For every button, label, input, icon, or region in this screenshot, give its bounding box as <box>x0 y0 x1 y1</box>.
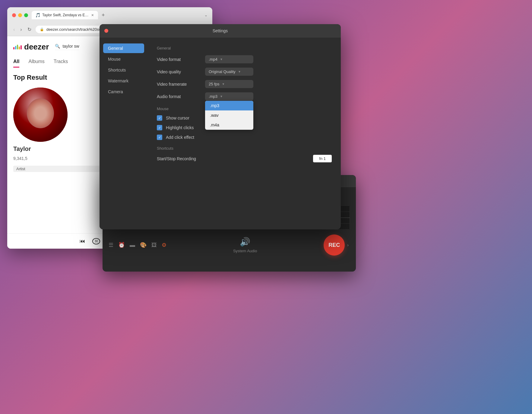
settings-general-section: General <box>157 46 332 50</box>
browser-titlebar: 🎵 Taylor Swift, Zendaya vs Emma × + ⌄ <box>7 7 212 23</box>
add-click-effect-row: ✓ Add click effect <box>157 135 332 140</box>
video-framerate-row: Video framerate 25 fps ▼ <box>157 80 332 88</box>
deezer-search-bar[interactable]: 🔍 taylor sw <box>55 44 79 50</box>
show-cursor-checkmark: ✓ <box>158 116 161 120</box>
tab-title: Taylor Swift, Zendaya vs Emma <box>42 13 89 17</box>
highlight-clicks-label: Highlight clicks <box>166 125 194 130</box>
sidebar-item-general[interactable]: General <box>103 43 144 53</box>
video-quality-row: Video quality Original Quality ▼ <box>157 68 332 76</box>
video-framerate-dropdown[interactable]: 25 fps ▼ <box>205 80 253 88</box>
palette-icon[interactable]: 🎨 <box>140 242 147 248</box>
audio-format-value: .mp3 <box>209 94 217 99</box>
tab-favicon-icon: 🎵 <box>35 13 40 18</box>
settings-content: General Video format .mp4 ▼ Video qualit… <box>148 37 341 229</box>
video-framerate-label: Video framerate <box>157 82 205 87</box>
audio-format-row: Audio format .mp3 ▼ .mp3 .wav .m4a <box>157 92 332 100</box>
sidebar-item-camera[interactable]: Camera <box>103 87 144 97</box>
audio-option-m4a[interactable]: .m4a <box>205 120 253 130</box>
settings-sidebar: General Mouse Shortcuts Watermark Camera <box>100 37 148 229</box>
settings-shortcuts-section: Shortcuts <box>157 146 332 151</box>
deezer-nav-all[interactable]: All <box>13 59 19 68</box>
deezer-logo-text: deezer <box>24 42 49 52</box>
browser-close-light[interactable] <box>12 13 16 17</box>
video-framerate-dropdown-arrow: ▼ <box>222 82 225 86</box>
deezer-logo: deezer <box>13 42 49 52</box>
highlight-clicks-checkbox[interactable]: ✓ <box>157 125 162 130</box>
search-icon: 🔍 <box>55 44 60 49</box>
speaker-icon: 🔊 <box>240 237 250 247</box>
tab-close-button[interactable]: × <box>91 13 94 18</box>
start-stop-label: Start/Stop Recording <box>157 156 313 161</box>
list-icon[interactable]: ☰ <box>109 242 113 248</box>
video-quality-dropdown-arrow: ▼ <box>238 70 241 73</box>
show-cursor-label: Show cursor <box>166 116 189 120</box>
video-format-dropdown-arrow: ▼ <box>220 58 223 61</box>
system-audio-label: System Audio <box>233 249 257 253</box>
video-format-value: .mp4 <box>209 57 217 62</box>
highlight-clicks-checkmark: ✓ <box>158 126 161 130</box>
video-quality-dropdown[interactable]: Original Quality ▼ <box>205 68 253 76</box>
audio-option-wav[interactable]: .wav <box>205 110 253 120</box>
settings-window: Settings General Mouse Shortcuts Waterma… <box>100 24 341 229</box>
rec-button-group: REC › <box>324 234 350 256</box>
show-cursor-checkbox[interactable]: ✓ <box>157 115 162 121</box>
settings-close-button[interactable] <box>104 29 108 33</box>
caption-icon[interactable]: ▬ <box>130 242 135 248</box>
forward-nav-button[interactable]: › <box>19 26 23 33</box>
rewind-button[interactable]: 30 <box>92 238 100 244</box>
browser-traffic-lights <box>12 13 28 17</box>
artist-avatar <box>13 88 68 142</box>
audio-format-dropdown-arrow: ▼ <box>220 95 223 98</box>
image-icon[interactable]: 🖼 <box>151 242 157 248</box>
sidebar-item-watermark[interactable]: Watermark <box>103 76 144 86</box>
timer-icon[interactable]: ⏰ <box>118 242 125 248</box>
system-audio-section: 🔊 System Audio <box>233 237 257 253</box>
sidebar-item-mouse[interactable]: Mouse <box>103 54 144 64</box>
settings-titlebar: Settings <box>100 24 341 37</box>
audio-format-dropdown-menu: .mp3 .wav .m4a <box>205 101 253 130</box>
sidebar-item-shortcuts[interactable]: Shortcuts <box>103 65 144 75</box>
deezer-search-input: taylor sw <box>62 44 79 49</box>
tab-overflow-button[interactable]: ⌄ <box>204 13 207 17</box>
video-quality-value: Original Quality <box>209 69 236 74</box>
settings-body: General Mouse Shortcuts Watermark Camera… <box>100 37 341 229</box>
refresh-nav-button[interactable]: ↻ <box>26 25 33 33</box>
rec-dropdown-arrow[interactable]: › <box>346 240 350 250</box>
browser-tab-bar: 🎵 Taylor Swift, Zendaya vs Emma × + ⌄ <box>32 11 207 20</box>
recorder-toolbar-icons: ☰ ⏰ ▬ 🎨 🖼 ⚙ <box>109 242 166 248</box>
audio-format-dropdown[interactable]: .mp3 ▼ <box>205 92 253 100</box>
browser-tab[interactable]: 🎵 Taylor Swift, Zendaya vs Emma × <box>32 11 98 19</box>
video-framerate-value: 25 fps <box>209 82 219 86</box>
add-click-effect-checkbox[interactable]: ✓ <box>157 135 162 140</box>
add-click-effect-checkmark: ✓ <box>158 135 161 139</box>
audio-format-label: Audio format <box>157 94 205 99</box>
artist-avatar-image <box>13 88 68 142</box>
video-quality-label: Video quality <box>157 69 205 74</box>
browser-maximize-light[interactable] <box>24 13 28 17</box>
settings-gear-icon[interactable]: ⚙ <box>162 242 166 248</box>
video-format-dropdown[interactable]: .mp4 ▼ <box>205 55 253 63</box>
start-stop-key[interactable]: fn 1 <box>313 155 332 162</box>
deezer-nav-tracks[interactable]: Tracks <box>54 59 68 68</box>
back-nav-button[interactable]: ‹ <box>12 26 16 33</box>
deezer-logo-icon <box>13 45 22 49</box>
audio-option-mp3[interactable]: .mp3 <box>205 101 253 110</box>
recorder-bottom-controls: ☰ ⏰ ▬ 🎨 🖼 ⚙ 🔊 System Audio REC › <box>109 234 350 256</box>
prev-button[interactable]: ⏮ <box>80 238 85 244</box>
video-format-row: Video format .mp4 ▼ <box>157 55 332 63</box>
add-click-effect-label: Add click effect <box>166 135 194 140</box>
lock-icon: 🔒 <box>40 27 44 31</box>
artist-name: Taylor <box>13 145 74 152</box>
settings-title: Settings <box>213 28 228 33</box>
deezer-nav-albums[interactable]: Albums <box>28 59 44 68</box>
new-tab-button[interactable]: + <box>99 11 107 20</box>
browser-minimize-light[interactable] <box>18 13 22 17</box>
start-stop-shortcut-row: Start/Stop Recording fn 1 <box>157 155 332 162</box>
video-format-label: Video format <box>157 57 205 62</box>
address-text: deezer.com/search/track%20swift <box>46 27 105 32</box>
rec-button[interactable]: REC <box>324 234 345 256</box>
